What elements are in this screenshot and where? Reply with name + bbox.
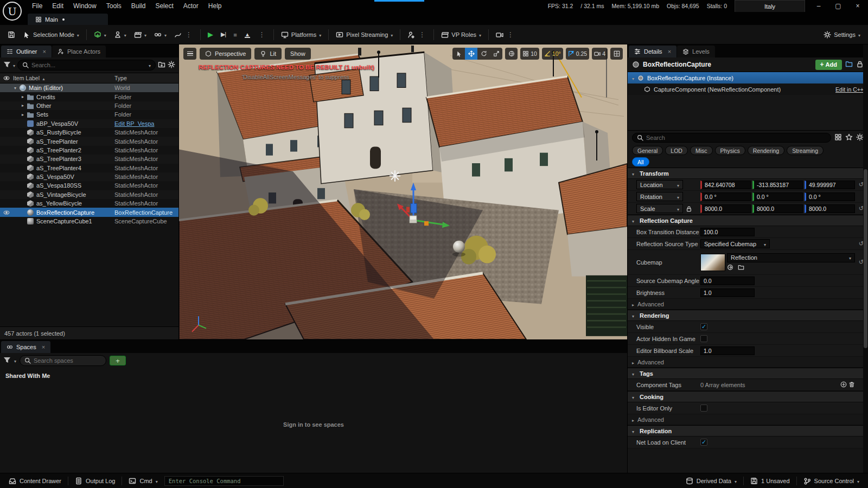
sequencer-dropdown[interactable] xyxy=(151,28,170,42)
frame-skip-button[interactable] xyxy=(218,28,229,42)
filter-icon[interactable] xyxy=(3,356,11,365)
add-space-button[interactable] xyxy=(110,356,126,365)
menu-window[interactable]: Window xyxy=(68,2,101,10)
advanced-expander[interactable]: Advanced xyxy=(628,357,868,368)
filter-lod[interactable]: LOD xyxy=(665,146,688,155)
outliner-row[interactable]: BoxReflectionCapture BoxReflectionCaptur… xyxy=(0,208,178,216)
outliner-row[interactable]: aS_Vespa180SS StaticMeshActor xyxy=(0,181,178,190)
visible-checkbox[interactable] xyxy=(700,323,707,330)
component-row-capture[interactable]: CaptureComponent (NewReflectionComponent… xyxy=(628,84,868,95)
rotation-x-field[interactable]: 0.0 ° xyxy=(700,192,751,201)
column-type[interactable]: Type xyxy=(114,75,178,81)
source-type-dropdown[interactable]: Specified Cubemap xyxy=(700,239,770,248)
hidden-in-game-checkbox[interactable] xyxy=(700,335,707,342)
edit-in-cpp-link[interactable]: Edit in C++ xyxy=(835,86,864,93)
section-header-transform[interactable]: Transform xyxy=(628,168,868,179)
scale-lock-icon[interactable] xyxy=(686,206,692,212)
menu-help[interactable]: Help xyxy=(203,2,227,10)
scale-y-field[interactable]: 8000.0 xyxy=(752,204,803,213)
lit-dropdown[interactable]: Lit xyxy=(254,48,282,60)
chevron-down-icon[interactable] xyxy=(13,62,15,68)
output-log-button[interactable]: Output Log xyxy=(71,475,119,487)
close-icon[interactable] xyxy=(40,344,45,350)
outliner-row[interactable]: aBP_Vespa50V Edit BP_Vespa xyxy=(0,119,178,128)
location-y-field[interactable]: -313.853187 xyxy=(752,181,803,189)
camera-button[interactable] xyxy=(493,28,518,42)
add-actor-dropdown[interactable] xyxy=(91,28,110,42)
section-header-replication[interactable]: Replication xyxy=(628,425,868,436)
filter-rendering[interactable]: Rendering xyxy=(748,146,784,155)
outliner-row[interactable]: Other Folder xyxy=(0,101,178,110)
details-scrollbar-thumb[interactable] xyxy=(864,169,867,348)
outliner-row[interactable]: SceneCaptureCube1 SceneCaptureCube xyxy=(0,217,178,226)
scale-snap-value[interactable]: 0.25 xyxy=(576,50,587,57)
section-header-reflection-capture[interactable]: Reflection Capture xyxy=(628,215,868,226)
advanced-expander[interactable]: Advanced xyxy=(628,414,868,425)
location-mode-dropdown[interactable]: Location xyxy=(636,180,683,189)
trash-icon[interactable] xyxy=(848,381,855,389)
browse-to-asset-icon[interactable] xyxy=(738,264,744,272)
grid-snap-value[interactable]: 10 xyxy=(531,50,537,57)
menu-select[interactable]: Select xyxy=(150,2,178,10)
rotation-mode-dropdown[interactable]: Rotation xyxy=(636,192,683,201)
play-button[interactable] xyxy=(205,28,216,42)
tab-main-level[interactable]: Main xyxy=(27,13,108,25)
show-dropdown[interactable]: Show xyxy=(285,48,311,60)
eject-button[interactable] xyxy=(241,28,253,42)
outliner-row[interactable]: aS_TreePlanter2 StaticMeshActor xyxy=(0,146,178,155)
cinematics-dropdown[interactable] xyxy=(131,28,150,42)
outliner-row[interactable]: aS_RustyBicycle StaticMeshActor xyxy=(0,128,178,137)
camera-speed-button[interactable]: 4 xyxy=(592,48,608,60)
cubemap-thumbnail[interactable] xyxy=(700,254,725,271)
cubemap-angle-field[interactable]: 0.0 xyxy=(700,277,755,285)
menu-edit[interactable]: Edit xyxy=(47,2,68,10)
tab-details[interactable]: Details xyxy=(629,46,676,57)
brightness-field[interactable]: 1.0 xyxy=(700,288,755,297)
expander-arrow-icon[interactable] xyxy=(12,86,18,91)
unsaved-button[interactable]: 1 Unsaved xyxy=(746,475,794,487)
filter-misc[interactable]: Misc xyxy=(690,146,713,155)
scale-snap-toggle[interactable]: 0.25 xyxy=(566,48,589,60)
filter-physics[interactable]: Physics xyxy=(715,146,745,155)
cubemap-asset-dropdown[interactable]: Reflection xyxy=(727,253,855,262)
add-component-button[interactable]: Add xyxy=(815,60,842,70)
advanced-expander[interactable]: Advanced xyxy=(628,299,868,310)
details-settings-icon[interactable] xyxy=(856,133,864,142)
menu-build[interactable]: Build xyxy=(126,2,151,10)
details-search[interactable] xyxy=(632,133,831,143)
visibility-column-eye-icon[interactable] xyxy=(0,75,13,81)
visibility-eye-icon[interactable] xyxy=(1,209,12,216)
source-control-button[interactable]: Source Control xyxy=(799,475,864,487)
stop-button[interactable] xyxy=(230,28,240,42)
add-array-element-icon[interactable] xyxy=(840,381,847,389)
browse-icon[interactable] xyxy=(845,60,853,69)
tab-levels[interactable]: Levels xyxy=(677,46,715,57)
rotation-snap-toggle[interactable]: 10° xyxy=(542,48,563,60)
outliner-row[interactable]: aS_TreePlanter StaticMeshActor xyxy=(0,137,178,145)
column-item-label[interactable]: Item Label xyxy=(13,75,114,81)
menu-tools[interactable]: Tools xyxy=(101,2,126,10)
unreal-logo-icon[interactable]: U xyxy=(3,2,22,21)
scale-mode-dropdown[interactable]: Scale xyxy=(636,204,683,213)
scale-z-field[interactable]: 8000.0 xyxy=(805,204,855,213)
details-search-input[interactable] xyxy=(646,134,826,141)
expander-arrow-icon[interactable] xyxy=(20,103,26,108)
use-selected-asset-icon[interactable] xyxy=(727,264,733,272)
is-editor-only-checkbox[interactable] xyxy=(700,404,707,412)
outliner-row[interactable]: aS_TreePlanter3 StaticMeshActor xyxy=(0,155,178,163)
component-row-instance[interactable]: BoxReflectionCapture (Instance) xyxy=(628,72,868,84)
section-header-rendering[interactable]: Rendering xyxy=(628,310,868,321)
filter-streaming[interactable]: Streaming xyxy=(787,146,824,155)
maximize-button[interactable]: ▢ xyxy=(832,1,844,11)
console-command-input[interactable] xyxy=(169,478,279,484)
filter-general[interactable]: General xyxy=(632,146,663,155)
filter-all[interactable]: All xyxy=(632,157,649,166)
selection-mode-dropdown[interactable]: Selection Mode xyxy=(20,28,82,42)
tab-outliner[interactable]: Outliner xyxy=(1,46,52,57)
rotation-z-field[interactable]: 0.0 ° xyxy=(805,192,855,201)
camera-speed-value[interactable]: 4 xyxy=(602,50,605,57)
maximize-viewport-button[interactable] xyxy=(610,48,623,60)
viewport-3d[interactable]: Perspective Lit Show xyxy=(179,44,627,339)
new-folder-icon[interactable] xyxy=(158,61,165,69)
billboard-scale-field[interactable]: 1.0 xyxy=(700,346,755,355)
